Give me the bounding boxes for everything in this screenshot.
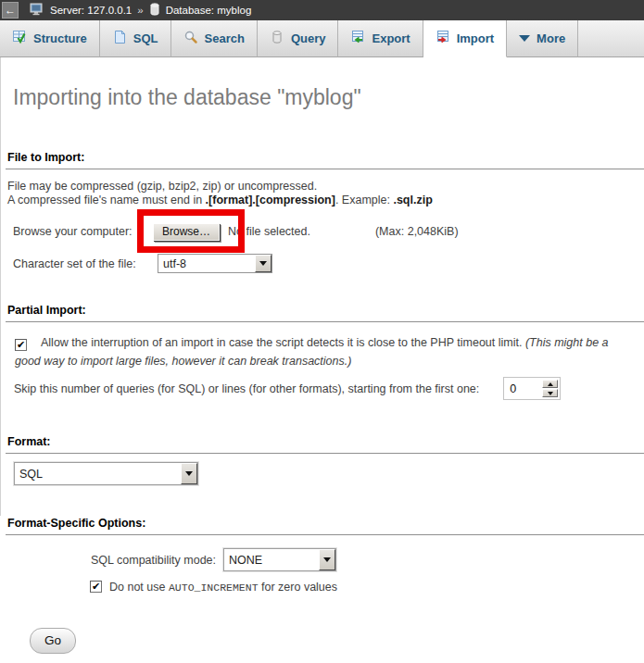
- format-row: SQL: [6, 462, 644, 485]
- tab-label: Query: [291, 31, 326, 45]
- chevron-down-icon: [519, 35, 530, 42]
- zero-label-suffix: for zero values: [259, 581, 337, 594]
- section-format-options: Format-Specific Options: SQL compatibili…: [6, 517, 644, 594]
- tab-label: Search: [205, 31, 245, 45]
- compression-line: File may be compressed (gzip, bzip2, zip…: [7, 180, 317, 193]
- breadcrumb-bar: ← Server: 127.0.0.1 » Database: myblog: [0, 0, 644, 20]
- export-icon: [350, 30, 365, 47]
- allow-interrupt-row: ✔Allow the interruption of an import in …: [6, 333, 628, 370]
- sql-compat-label: SQL compatibility mode:: [91, 554, 216, 567]
- tab-label: SQL: [133, 31, 158, 45]
- section-partial-import: Partial Import: ✔Allow the interruption …: [6, 304, 644, 400]
- database-icon: [149, 3, 160, 18]
- zero-label-prefix: Do not use: [109, 581, 169, 594]
- breadcrumb-server-link[interactable]: Server: 127.0.0.1: [50, 5, 132, 16]
- format-selected-value: SQL: [15, 468, 181, 481]
- section-format: Format: SQL: [6, 435, 644, 485]
- section-heading-partial-import: Partial Import:: [6, 304, 644, 322]
- zero-values-row: ✔ Do not use AUTO_INCREMENT for zero val…: [6, 580, 644, 594]
- breadcrumb-separator: »: [137, 5, 143, 16]
- tab-sql[interactable]: SQL: [100, 20, 171, 57]
- stepper-up-button[interactable]: [542, 380, 558, 388]
- naming-rule-format: .[format].[compression]: [206, 194, 335, 206]
- tab-import-active[interactable]: Import: [423, 20, 507, 57]
- tab-query[interactable]: Query: [258, 20, 339, 57]
- tab-structure[interactable]: Structure: [0, 20, 100, 57]
- dropdown-arrow-button[interactable]: [181, 463, 197, 484]
- section-heading-file-to-import: File to Import:: [6, 151, 644, 169]
- import-icon: [436, 30, 450, 47]
- form-footer: Go: [0, 628, 644, 654]
- sql-compat-select[interactable]: NONE: [223, 548, 336, 571]
- section-heading-format: Format:: [6, 435, 644, 454]
- allow-interrupt-label: Allow the interruption of an import in c…: [41, 336, 525, 349]
- auto-increment-code: AUTO_INCREMENT: [169, 582, 259, 594]
- content-left-border: [0, 57, 1, 516]
- tab-label: Import: [457, 31, 494, 45]
- skip-queries-row: Skip this number of queries (for SQL) or…: [6, 377, 644, 400]
- caret-up-icon: [548, 382, 553, 386]
- charset-row: Character set of the file: utf-8: [6, 254, 644, 273]
- sql-compat-row: SQL compatibility mode: NONE: [6, 548, 644, 571]
- query-database-icon: [270, 30, 284, 47]
- skip-queries-label: Skip this number of queries (for SQL) or…: [14, 382, 479, 395]
- charset-label: Character set of the file:: [13, 257, 158, 270]
- tab-bar: Structure SQL Search Query: [0, 20, 644, 57]
- browse-row: Browse your computer: Browse… No file se…: [6, 222, 644, 241]
- server-icon: [30, 3, 44, 18]
- tab-label: More: [537, 31, 565, 45]
- naming-rule-example: .sql.zip: [393, 194, 432, 206]
- search-icon: [183, 30, 198, 47]
- tab-label: Export: [372, 31, 410, 45]
- tab-label: Structure: [33, 31, 87, 45]
- max-size-note: (Max: 2,048KiB): [375, 225, 459, 238]
- caret-down-icon: [185, 471, 193, 476]
- zero-values-checkbox[interactable]: ✔: [90, 581, 102, 593]
- file-import-description: File may be compressed (gzip, bzip2, zip…: [6, 180, 644, 207]
- naming-rule-mid: . Example:: [335, 194, 394, 206]
- zero-values-label: Do not use AUTO_INCREMENT for zero value…: [109, 581, 337, 594]
- tab-export[interactable]: Export: [338, 20, 423, 57]
- naming-rule-prefix: A compressed file's name must end in: [7, 194, 206, 206]
- check-mark-icon: ✔: [17, 340, 25, 350]
- caret-down-icon: [548, 392, 553, 395]
- dropdown-arrow-button[interactable]: [319, 549, 335, 570]
- page-title: Importing into the database "myblog": [13, 84, 644, 110]
- structure-icon: [12, 30, 27, 47]
- tab-more[interactable]: More: [507, 20, 578, 57]
- sql-compat-selected-value: NONE: [224, 554, 319, 567]
- dropdown-arrow-button[interactable]: [255, 255, 271, 272]
- caret-down-icon: [259, 261, 267, 266]
- no-file-selected-text: No file selected.: [228, 225, 310, 238]
- section-heading-format-options: Format-Specific Options:: [6, 517, 644, 535]
- browse-label: Browse your computer:: [13, 225, 153, 238]
- go-button[interactable]: Go: [30, 628, 76, 654]
- check-mark-icon: ✔: [92, 582, 100, 592]
- skip-queries-stepper[interactable]: 0: [503, 377, 561, 400]
- charset-select[interactable]: utf-8: [158, 254, 272, 273]
- stepper-down-button[interactable]: [542, 389, 558, 397]
- section-file-to-import: File to Import: File may be compressed (…: [6, 151, 644, 273]
- skip-queries-value: 0: [506, 382, 542, 395]
- left-arrow-icon: ←: [5, 4, 16, 17]
- charset-selected-value: utf-8: [158, 257, 255, 270]
- caret-down-icon: [323, 557, 331, 562]
- back-arrow-button[interactable]: ←: [2, 2, 19, 19]
- format-select[interactable]: SQL: [14, 462, 198, 485]
- breadcrumb-database-link[interactable]: Database: myblog: [166, 5, 252, 16]
- stepper-buttons: [542, 380, 558, 397]
- tab-search[interactable]: Search: [171, 20, 258, 57]
- browse-button[interactable]: Browse…: [153, 223, 220, 241]
- tabbar-filler: [578, 20, 644, 57]
- allow-interrupt-checkbox[interactable]: ✔: [15, 339, 27, 351]
- sql-page-icon: [112, 30, 127, 47]
